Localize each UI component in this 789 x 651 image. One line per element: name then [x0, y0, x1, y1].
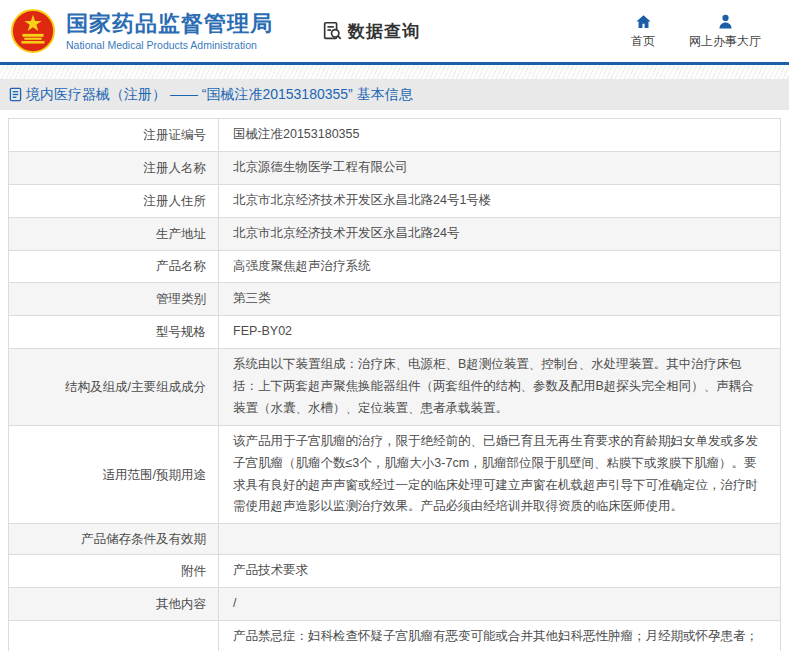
row-value: 该产品用于子宫肌瘤的治疗，限于绝经前的、已婚已育且无再生育要求的育龄期妇女单发或… — [219, 426, 780, 524]
row-value: 产品禁忌症：妇科检查怀疑子宫肌瘤有恶变可能或合并其他妇科恶性肿瘤；月经期或怀孕患… — [219, 621, 780, 651]
agency-title-block: 国家药品监督管理局 National Medical Products Admi… — [66, 11, 273, 50]
nav-online-hall-label: 网上办事大厅 — [689, 33, 761, 50]
nav-home-label: 首页 — [631, 33, 655, 50]
document-icon — [9, 87, 22, 102]
header: 国家药品监督管理局 National Medical Products Admi… — [0, 0, 789, 62]
row-value: 国械注准20153180355 — [219, 119, 780, 151]
breadcrumb: 境内医疗器械（注册） —— “国械注准20153180355” 基本信息 — [0, 79, 789, 110]
table-row: 注册人名称北京源德生物医学工程有限公司 — [9, 152, 780, 185]
table-row: 生产地址北京市北京经济技术开发区永昌北路24号 — [9, 218, 780, 251]
national-emblem-logo — [10, 8, 56, 54]
row-value: 系统由以下装置组成：治疗床、电源柜、B超测位装置、控制台、水处理装置。其中治疗床… — [219, 349, 780, 425]
table-row: 适用范围/预期用途该产品用于子宫肌瘤的治疗，限于绝经前的、已婚已育且无再生育要求… — [9, 426, 780, 525]
row-value: / — [219, 588, 780, 620]
decorative-hatch-band — [0, 65, 789, 79]
table-row: 产品名称高强度聚焦超声治疗系统 — [9, 251, 780, 284]
table-row: 结构及组成/主要组成成分系统由以下装置组成：治疗床、电源柜、B超测位装置、控制台… — [9, 349, 780, 426]
agency-name-cn: 国家药品监督管理局 — [66, 11, 273, 36]
nav-online-hall[interactable]: 网上办事大厅 — [689, 13, 761, 50]
row-label: 其他内容 — [9, 588, 219, 620]
row-label: 适用范围/预期用途 — [9, 426, 219, 524]
row-label: 注册人住所 — [9, 185, 219, 217]
row-value: 北京市北京经济技术开发区永昌北路24号 — [219, 218, 780, 250]
row-label: 生产地址 — [9, 218, 219, 250]
person-icon — [717, 13, 734, 30]
nav-home[interactable]: 首页 — [631, 13, 655, 50]
row-value: 高强度聚焦超声治疗系统 — [219, 251, 780, 283]
table-row: 型号规格FEP-BY02 — [9, 316, 780, 349]
row-value: FEP-BY02 — [219, 316, 780, 348]
registration-info-table: 注册证编号国械注准20153180355注册人名称北京源德生物医学工程有限公司注… — [8, 118, 781, 651]
table-row: 其他内容/ — [9, 588, 780, 621]
agency-name-en: National Medical Products Administration — [66, 39, 273, 51]
home-icon — [635, 13, 652, 30]
document-search-icon — [321, 20, 343, 42]
table-row: 注册证编号国械注准20153180355 — [9, 119, 780, 152]
data-query-menu[interactable]: 数据查询 — [321, 20, 420, 43]
row-label: 注册证编号 — [9, 119, 219, 151]
row-value: 北京市北京经济技术开发区永昌北路24号1号楼 — [219, 185, 780, 217]
row-value — [219, 524, 780, 554]
row-label: 产品名称 — [9, 251, 219, 283]
header-nav: 首页 网上办事大厅 — [631, 13, 779, 50]
row-label: 附件 — [9, 555, 219, 587]
row-value: 北京源德生物医学工程有限公司 — [219, 152, 780, 184]
row-label: 注册人名称 — [9, 152, 219, 184]
row-label: 结构及组成/主要组成成分 — [9, 349, 219, 425]
table-row: 产品储存条件及有效期 — [9, 524, 780, 555]
row-label: 产品储存条件及有效期 — [9, 524, 219, 554]
table-row: 管理类别第三类 — [9, 283, 780, 316]
breadcrumb-text: 境内医疗器械（注册） —— “国械注准20153180355” 基本信息 — [26, 86, 413, 104]
row-value: 第三类 — [219, 283, 780, 315]
row-label: 备注 — [9, 621, 219, 651]
row-label: 型号规格 — [9, 316, 219, 348]
table-row: 备注产品禁忌症：妇科检查怀疑子宫肌瘤有恶变可能或合并其他妇科恶性肿瘤；月经期或怀… — [9, 621, 780, 651]
table-row: 附件产品技术要求 — [9, 555, 780, 588]
row-label: 管理类别 — [9, 283, 219, 315]
table-row: 注册人住所北京市北京经济技术开发区永昌北路24号1号楼 — [9, 185, 780, 218]
row-value: 产品技术要求 — [219, 555, 780, 587]
data-query-label: 数据查询 — [348, 20, 420, 43]
